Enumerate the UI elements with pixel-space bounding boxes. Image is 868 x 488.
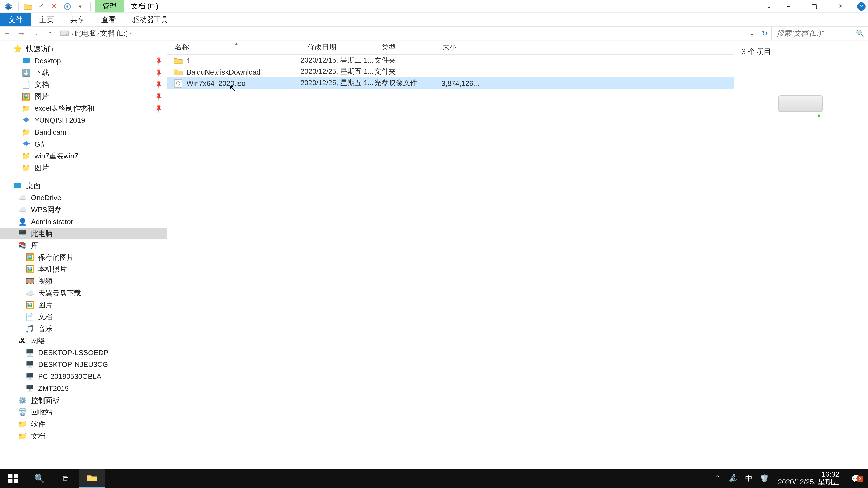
breadcrumb-drive[interactable]: 文档 (E:) ›: [100, 28, 131, 38]
volume-icon[interactable]: 🔊: [728, 474, 739, 483]
nav-wps[interactable]: ☁️WPS网盘: [0, 204, 167, 216]
action-center-button[interactable]: 💬3: [848, 474, 864, 483]
nav-pictures3[interactable]: 🖼️图片: [0, 299, 167, 311]
tab-home[interactable]: 主页: [31, 13, 62, 26]
column-date[interactable]: 修改日期: [301, 42, 374, 53]
nav-pictures2[interactable]: 📁图片: [0, 162, 167, 174]
search-box[interactable]: 🔍: [771, 27, 868, 40]
computer-icon: 🖥️: [25, 348, 35, 357]
maximize-button[interactable]: ▢: [801, 0, 827, 12]
minimize-button[interactable]: －: [775, 0, 801, 12]
svg-rect-9: [14, 474, 18, 478]
nav-onedrive[interactable]: ☁️OneDrive: [0, 192, 167, 204]
nav-administrator[interactable]: 👤Administrator: [0, 216, 167, 228]
file-type: 光盘映像文件: [374, 78, 435, 88]
ribbon-collapse-icon[interactable]: ⌄: [763, 3, 775, 9]
chevron-right-icon[interactable]: ›: [71, 30, 73, 36]
picture-icon: 🖼️: [25, 300, 35, 310]
onedrive-icon: ☁️: [18, 193, 27, 202]
nav-control-panel[interactable]: ⚙️控制面板: [0, 394, 167, 406]
tray-overflow-icon[interactable]: ⌃: [712, 474, 723, 483]
nav-quick-access[interactable]: ⭐快速访问: [0, 43, 167, 55]
nav-win7reinstall[interactable]: 📁win7重装win7: [0, 150, 167, 162]
file-name: 1: [186, 56, 191, 65]
column-type[interactable]: 类型: [374, 42, 435, 53]
nav-pictures[interactable]: 🖼️图片📌: [0, 91, 167, 103]
help-button[interactable]: ?: [857, 2, 866, 10]
breadcrumb[interactable]: › 此电脑 › 文档 (E:) ›: [57, 27, 746, 40]
column-size[interactable]: 大小: [435, 42, 483, 53]
breadcrumb-thispc[interactable]: 此电脑 ›: [74, 28, 99, 38]
security-icon[interactable]: 🛡️: [759, 474, 770, 483]
nav-excel-folder[interactable]: 📁excel表格制作求和📌: [0, 103, 167, 115]
clock[interactable]: 16:32 2020/12/25, 星期五: [774, 470, 843, 486]
nav-documents[interactable]: 📄文档📌: [0, 78, 167, 91]
file-date: 2020/12/25, 星期五 1...: [301, 67, 374, 77]
context-tab-title: 管理: [95, 0, 124, 12]
cloud-icon: ☁️: [25, 288, 35, 298]
tab-file[interactable]: 文件: [0, 13, 31, 26]
folder-icon: 📁: [18, 431, 27, 441]
nav-gdrive[interactable]: G:\: [0, 138, 167, 150]
ime-icon[interactable]: 中: [743, 473, 754, 484]
pc-icon: 🖥️: [18, 229, 27, 238]
nav-pc1[interactable]: 🖥️DESKTOP-LSSOEDP: [0, 347, 167, 359]
tab-view[interactable]: 查看: [93, 13, 124, 26]
tab-drive-tools[interactable]: 驱动器工具: [124, 13, 176, 26]
nav-recycle-bin[interactable]: 🗑️回收站: [0, 406, 167, 418]
navigation-tree[interactable]: ⭐快速访问 Desktop📌 ⬇️下载📌 📄文档📌 🖼️图片📌 📁excel表格…: [0, 40, 167, 468]
desktop-icon: [22, 56, 31, 66]
close-button[interactable]: ✕: [827, 0, 854, 12]
nav-desktop[interactable]: Desktop📌: [0, 55, 167, 67]
up-button[interactable]: ↑: [43, 27, 57, 40]
nav-camera-roll[interactable]: 🖼️本机照片: [0, 263, 167, 275]
nav-documents2[interactable]: 📄文档: [0, 311, 167, 323]
document-icon: 📄: [22, 80, 31, 89]
file-row[interactable]: 12020/12/15, 星期二 1...文件夹: [167, 55, 734, 66]
nav-pc2[interactable]: 🖥️DESKTOP-NJEU3CG: [0, 359, 167, 370]
file-list[interactable]: 名称▲ 修改日期 类型 大小 12020/12/15, 星期二 1...文件夹B…: [167, 40, 734, 468]
nav-software[interactable]: 📁软件: [0, 418, 167, 430]
search-icon[interactable]: 🔍: [856, 30, 864, 37]
qat-dropdown-icon[interactable]: ▾: [76, 2, 85, 11]
address-dropdown-icon[interactable]: ⌄: [746, 30, 758, 36]
nav-bandicam[interactable]: 📁Bandicam: [0, 126, 167, 138]
nav-documents3[interactable]: 📁文档: [0, 430, 167, 442]
nav-tianyi[interactable]: ☁️天翼云盘下载: [0, 287, 167, 299]
task-view-button[interactable]: ⧉: [53, 469, 79, 488]
history-button[interactable]: ⌄: [29, 27, 43, 40]
cancel-icon[interactable]: ✕: [50, 2, 59, 11]
forward-button[interactable]: →: [14, 27, 29, 40]
folder-icon[interactable]: [23, 2, 33, 11]
quick-access-toolbar: ✓ ✕ ▾: [0, 0, 95, 12]
nav-music[interactable]: 🎵音乐: [0, 323, 167, 335]
tab-share[interactable]: 共享: [62, 13, 93, 26]
sort-asc-icon: ▲: [234, 41, 239, 46]
file-row[interactable]: Win7x64_2020.iso2020/12/25, 星期五 1...光盘映像…: [167, 77, 734, 89]
search-input[interactable]: [772, 27, 868, 40]
network-icon: 🖧: [18, 336, 27, 346]
explorer-taskbar-button[interactable]: [79, 469, 105, 488]
nav-desktop-zh[interactable]: 桌面: [0, 180, 167, 192]
file-row[interactable]: BaiduNetdiskDownload2020/12/25, 星期五 1...…: [167, 66, 734, 77]
column-name[interactable]: 名称▲: [167, 42, 301, 53]
refresh-button[interactable]: ↻: [758, 30, 771, 37]
start-button[interactable]: [0, 469, 26, 488]
settings-icon[interactable]: [63, 2, 72, 11]
nav-thispc[interactable]: 🖥️此电脑: [0, 228, 167, 239]
back-button[interactable]: ←: [0, 27, 14, 40]
address-bar-row: ← → ⌄ ↑ › 此电脑 › 文档 (E:) › ⌄ ↻ 🔍: [0, 27, 868, 41]
accept-icon[interactable]: ✓: [36, 2, 46, 11]
search-button[interactable]: 🔍: [26, 469, 53, 488]
folder-icon: [174, 67, 183, 76]
nav-downloads[interactable]: ⬇️下载📌: [0, 67, 167, 78]
nav-network[interactable]: 🖧网络: [0, 335, 167, 347]
nav-libraries[interactable]: 📚库: [0, 239, 167, 252]
drive-icon: [60, 29, 69, 38]
nav-yunqishi[interactable]: YUNQISHI2019: [0, 114, 167, 126]
nav-pc4[interactable]: 🖥️ZMT2019: [0, 383, 167, 394]
nav-pc3[interactable]: 🖥️PC-20190530OBLA: [0, 370, 167, 383]
system-tray: ⌃ 🔊 中 🛡️ 16:32 2020/12/25, 星期五 💬3: [712, 469, 868, 488]
nav-saved-pictures[interactable]: 🖼️保存的图片: [0, 252, 167, 263]
nav-videos[interactable]: 🎞️视频: [0, 275, 167, 287]
